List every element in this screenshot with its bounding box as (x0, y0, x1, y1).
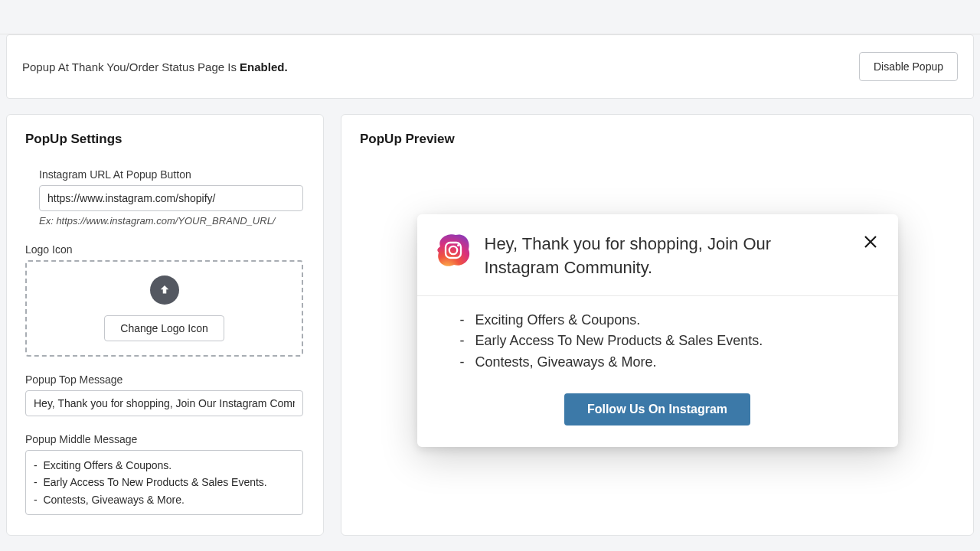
popup-bullet: Exciting Offers & Coupons. (460, 310, 874, 331)
popup: Hey, Thank you for shopping, Join Our In… (417, 214, 898, 447)
upload-icon (150, 276, 179, 305)
popup-bullets: Exciting Offers & Coupons. Early Access … (460, 310, 874, 374)
top-message-field: Popup Top Message (25, 373, 303, 416)
middle-message-field: Popup Middle Message (25, 433, 303, 518)
close-icon[interactable] (861, 233, 880, 251)
settings-heading: PopUp Settings (25, 132, 305, 147)
change-logo-button[interactable]: Change Logo Icon (104, 315, 224, 341)
logo-icon-field: Logo Icon Change Logo Icon (25, 243, 303, 357)
popup-title: Hey, Thank you for shopping, Join Our In… (485, 231, 849, 280)
status-text: Popup At Thank You/Order Status Page Is … (22, 60, 288, 73)
top-message-input[interactable] (25, 390, 303, 416)
instagram-url-hint: Ex: https://www.instagram.com/YOUR_BRAND… (39, 215, 303, 227)
svg-point-2 (457, 244, 459, 246)
popup-bullet: Contests, Giveaways & More. (460, 352, 874, 373)
preview-heading: PopUp Preview (360, 132, 955, 147)
status-prefix: Popup At Thank You/Order Status Page Is (22, 60, 240, 73)
middle-message-label: Popup Middle Message (25, 433, 303, 445)
top-message-label: Popup Top Message (25, 373, 303, 386)
follow-button[interactable]: Follow Us On Instagram (564, 393, 750, 425)
status-word: Enabled. (240, 60, 288, 73)
preview-area: Hey, Thank you for shopping, Join Our In… (360, 168, 955, 447)
popup-bullet: Early Access To New Products & Sales Eve… (460, 331, 874, 352)
logo-icon-label: Logo Icon (25, 243, 303, 256)
instagram-url-label: Instagram URL At Popup Button (39, 168, 303, 181)
instagram-icon (434, 231, 472, 269)
logo-dropzone[interactable]: Change Logo Icon (25, 260, 303, 357)
instagram-url-input[interactable] (39, 185, 303, 211)
disable-popup-button[interactable]: Disable Popup (859, 52, 958, 81)
middle-message-textarea[interactable] (25, 450, 303, 515)
popup-settings-card: PopUp Settings Instagram URL At Popup Bu… (6, 114, 324, 536)
instagram-url-field: Instagram URL At Popup Button Ex: https:… (39, 168, 303, 227)
status-bar: Popup At Thank You/Order Status Page Is … (6, 34, 974, 99)
popup-preview-card: PopUp Preview (341, 114, 974, 536)
